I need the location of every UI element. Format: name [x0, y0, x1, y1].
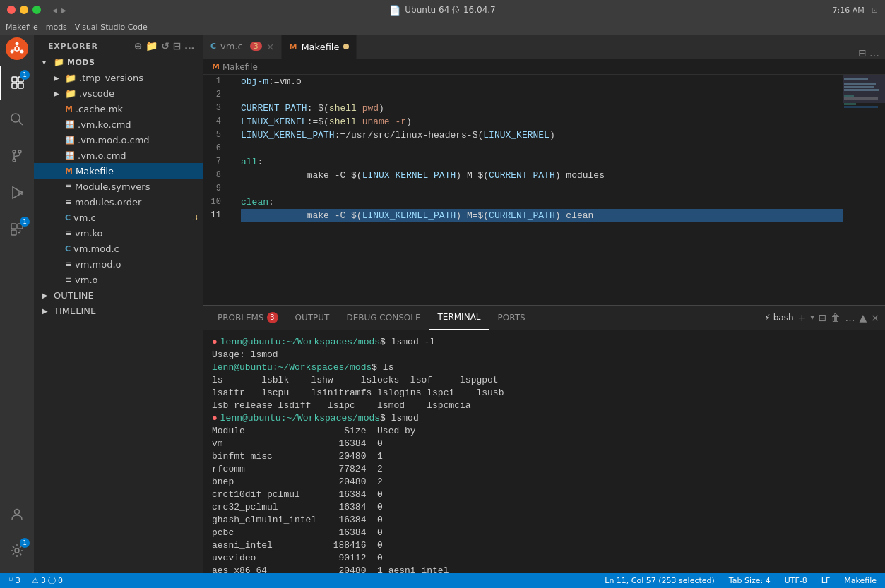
tab-problems[interactable]: PROBLEMS 3	[209, 305, 287, 330]
tree-item-vscode[interactable]: ▶ 📁 .vscode	[34, 85, 203, 101]
terminal-dropdown-icon[interactable]: ▾	[810, 313, 814, 322]
problems-badge: 3	[267, 312, 278, 323]
svg-point-12	[11, 114, 20, 122]
encoding[interactable]: UTF-8	[782, 576, 810, 585]
tab-terminal[interactable]: TERMINAL	[429, 305, 489, 330]
svg-point-2	[20, 50, 24, 54]
tree-item-vm-ko[interactable]: ▶ ≡ vm.ko	[34, 225, 203, 241]
maximize-button[interactable]	[32, 6, 41, 14]
forward-icon[interactable]: ▸	[61, 4, 66, 16]
git-branch-status[interactable]: ⑂ 3	[6, 576, 23, 585]
shell-icon: ⚡	[764, 313, 770, 323]
vm-o-cmd-label: .vm.o.cmd	[78, 150, 203, 161]
terminal-tab-label: TERMINAL	[438, 312, 481, 322]
tree-item-cache-mk[interactable]: ▶ M .cache.mk	[34, 101, 203, 116]
collapse-icon[interactable]: ⊟	[173, 40, 182, 52]
kill-terminal-icon[interactable]: 🗑	[831, 312, 841, 323]
breadcrumb-label: Makefile	[222, 62, 258, 72]
svg-point-24	[15, 509, 20, 514]
tab-ports[interactable]: PORTS	[489, 305, 534, 330]
more-tab-actions-icon[interactable]: …	[869, 47, 879, 59]
prompt-user-2: lenn@ubuntu:~/Workspaces/mods	[212, 361, 372, 374]
ubuntu-logo	[6, 37, 28, 60]
vm-c-tab-icon: C	[210, 42, 216, 51]
prompt-user-1: lenn@ubuntu:~/Workspaces/mods	[220, 336, 380, 349]
tree-item-vm-o-cmd[interactable]: ▶ 🪟 .vm.o.cmd	[34, 148, 203, 163]
tree-item-modules-order[interactable]: ▶ ≡ modules.order	[34, 194, 203, 210]
timeline-header[interactable]: ▶ TIMELINE	[34, 303, 203, 318]
file-icon2: ≡	[65, 197, 72, 207]
close-button[interactable]	[7, 6, 16, 14]
refresh-icon[interactable]: ↺	[161, 40, 170, 52]
activity-item-run[interactable]	[0, 176, 34, 210]
tree-item-vm-mod-c[interactable]: ▶ C vm.mod.c	[34, 241, 203, 256]
line-num-2: 2	[203, 88, 227, 102]
tree-item-tmp-versions[interactable]: ▶ 📁 .tmp_versions	[34, 70, 203, 85]
o-file-icon2: ≡	[65, 275, 72, 284]
activity-item-source-control[interactable]	[0, 139, 34, 173]
tree-item-vm-mod-o-cmd[interactable]: ▶ 🪟 .vm.mod.o.cmd	[34, 132, 203, 148]
folder-arrow: ▶	[54, 90, 65, 97]
line-ending[interactable]: LF	[819, 576, 833, 585]
tree-item-makefile[interactable]: ▶ M Makefile	[34, 163, 203, 179]
tab-size[interactable]: Tab Size: 4	[726, 576, 773, 585]
tab-output[interactable]: OUTPUT	[287, 305, 338, 330]
minimap[interactable]	[843, 75, 885, 304]
tree-item-vm-o[interactable]: ▶ ≡ vm.o	[34, 272, 203, 287]
split-terminal-icon[interactable]: ⊟	[819, 312, 827, 323]
svg-line-7	[14, 50, 15, 51]
vm-c-tab-badge: 3	[250, 42, 262, 51]
line-num-10: 10	[203, 196, 227, 209]
terminal-more-icon[interactable]: …	[845, 312, 855, 323]
close-panel-icon[interactable]: ×	[871, 312, 879, 323]
activity-item-search[interactable]	[0, 102, 34, 136]
tree-item-module-symvers[interactable]: ▶ ≡ Module.symvers	[34, 179, 203, 194]
terminal-content[interactable]: ● lenn@ubuntu:~/Workspaces/mods $ lsmod …	[203, 330, 885, 573]
lsmod-row-pcbc: pcbc 16384 0	[212, 527, 877, 539]
tree-root-folder[interactable]: ▾ 📁 MODS	[34, 54, 203, 70]
new-folder-icon[interactable]: 📁	[145, 40, 158, 52]
lsmod-row-vm: vm 16384 0	[212, 438, 877, 450]
new-file-icon[interactable]: ⊕	[134, 40, 143, 52]
code-editor[interactable]: 1 2 3 4 5 6 7 8 9 10 11	[203, 75, 843, 304]
tree-item-vm-mod-o[interactable]: ▶ ≡ vm.mod.o	[34, 256, 203, 272]
vm-mod-o-label: vm.mod.o	[75, 259, 203, 270]
folder-closed-icon: 📁	[65, 73, 76, 83]
activity-item-account[interactable]	[0, 497, 34, 531]
prompt-dollar-3: $	[380, 412, 391, 425]
window-control-fullscreen[interactable]: ⊡	[872, 6, 878, 15]
problems-tab-label: PROBLEMS	[218, 313, 264, 323]
lsmod-row-ghash: ghash_clmulni_intel 16384 0	[212, 514, 877, 527]
tree-item-vm-ko-cmd[interactable]: ▶ 🪟 .vm.ko.cmd	[34, 116, 203, 132]
output-tab-label: OUTPUT	[295, 313, 330, 323]
lsmod-row-binfmt: binfmt_misc 20480 1	[212, 450, 877, 463]
sidebar-actions: ⊕ 📁 ↺ ⊟ …	[134, 40, 195, 52]
add-terminal-icon[interactable]: +	[797, 312, 806, 323]
activity-item-extensions[interactable]: 1	[0, 212, 34, 246]
outline-header[interactable]: ▶ OUTLINE	[34, 287, 203, 303]
tab-debug-console[interactable]: DEBUG CONSOLE	[338, 305, 429, 330]
terminal-line-3: ● lenn@ubuntu:~/Workspaces/mods $ lsmod	[212, 412, 877, 425]
language-mode[interactable]: Makefile	[841, 576, 879, 585]
back-icon[interactable]: ◂	[52, 4, 57, 16]
terminal-ls-output-3: lsb_release lsdiff lsipc lsmod lspcmcia	[212, 400, 877, 412]
cursor-position[interactable]: Ln 11, Col 57 (253 selected)	[602, 576, 718, 585]
split-editor-icon[interactable]: ⊟	[858, 47, 867, 59]
info-icon: ⓘ	[48, 575, 56, 586]
file-icon: ≡	[65, 181, 72, 191]
tab-vm-c[interactable]: C vm.c 3 ×	[203, 35, 282, 59]
code-content[interactable]: obj-m:=vm.o CURRENT_PATH:=$(shell pwd) L…	[235, 75, 843, 304]
tab-makefile[interactable]: M Makefile	[282, 35, 357, 59]
problems-status[interactable]: ⚠ 3 ⓘ 0	[29, 575, 66, 586]
maximize-panel-icon[interactable]: ▲	[859, 312, 867, 323]
vm-mod-o-cmd-label: .vm.mod.o.cmd	[78, 135, 203, 145]
activity-item-explorer[interactable]: 1	[0, 66, 34, 100]
vm-c-close-button[interactable]: ×	[266, 41, 275, 52]
minimize-button[interactable]	[20, 6, 28, 14]
activity-item-settings[interactable]: 1	[0, 534, 34, 568]
code-line-9	[241, 182, 843, 196]
tree-item-vm-c[interactable]: ▶ C vm.c 3	[34, 210, 203, 225]
svg-point-16	[13, 159, 16, 162]
more-options-icon[interactable]: …	[184, 40, 195, 52]
terminal-panel: PROBLEMS 3 OUTPUT DEBUG CONSOLE TERMINAL…	[203, 305, 885, 573]
